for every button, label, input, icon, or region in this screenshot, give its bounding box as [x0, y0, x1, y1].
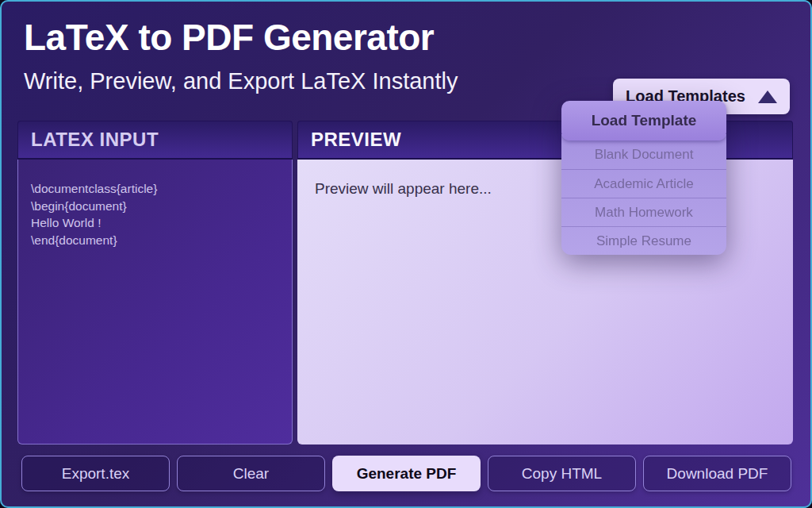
copy-html-button[interactable]: Copy HTML: [488, 456, 636, 491]
dropdown-item-blank-document[interactable]: Blank Document: [561, 140, 726, 169]
dropdown-item-load-template[interactable]: Load Template: [561, 101, 726, 140]
page-title: LaTeX to PDF Generator: [24, 16, 434, 59]
dropdown-item-academic-article[interactable]: Academic Article: [561, 169, 726, 198]
dropdown-item-math-homework[interactable]: Math Homework: [561, 198, 726, 226]
dropdown-list: Blank Document Academic Article Math Hom…: [561, 134, 726, 255]
clear-button[interactable]: Clear: [177, 456, 325, 491]
latex-editor-body: \documentclass{article} \begin{document}…: [17, 160, 293, 444]
app-window: LaTeX to PDF Generator Write, Preview, a…: [0, 0, 812, 508]
latex-input-panel: LATEX INPUT \documentclass{article} \beg…: [17, 121, 293, 444]
templates-dropdown: Load Template Blank Document Academic Ar…: [561, 101, 726, 255]
dropdown-item-simple-resume[interactable]: Simple Resume: [561, 226, 726, 255]
download-pdf-button[interactable]: Download PDF: [643, 456, 791, 491]
latex-input-panel-title: LATEX INPUT: [17, 121, 293, 160]
page-subtitle: Write, Preview, and Export LaTeX Instant…: [24, 68, 458, 94]
generate-pdf-button[interactable]: Generate PDF: [332, 456, 481, 491]
triangle-up-icon: [758, 90, 777, 103]
latex-input-textarea[interactable]: \documentclass{article} \begin{document}…: [18, 160, 292, 444]
export-tex-button[interactable]: Export.tex: [21, 456, 170, 491]
actions-toolbar: Export.tex Clear Generate PDF Copy HTML …: [21, 456, 791, 491]
